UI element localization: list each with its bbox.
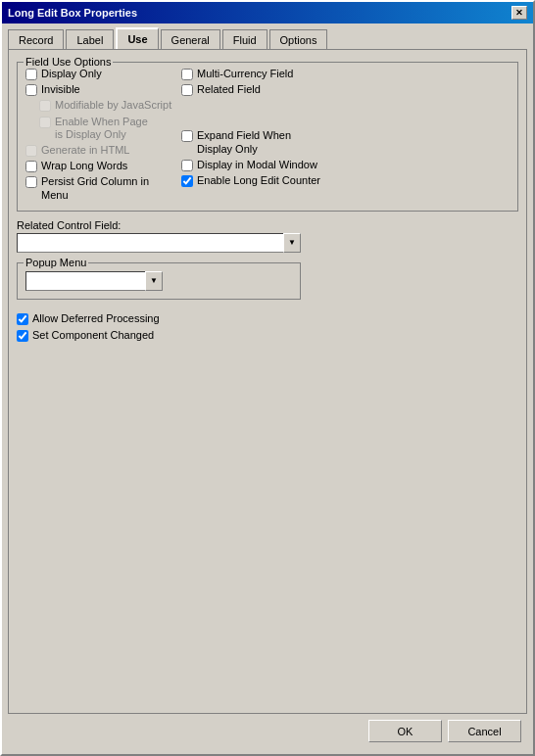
checkbox-enable-long-edit: Enable Long Edit Counter [181, 173, 510, 188]
popup-menu-dropdown: ▼ [25, 271, 163, 291]
persist-grid-label: Persist Grid Column in Menu [41, 175, 177, 201]
close-icon: ✕ [515, 8, 523, 18]
enable-when-page-checkbox[interactable] [39, 117, 51, 128]
tab-fluid[interactable]: Fluid [222, 29, 268, 49]
allow-deferred-checkbox[interactable] [17, 313, 28, 325]
checkbox-set-component: Set Component Changed [17, 328, 518, 343]
checkbox-display-modal: Display in Modal Window [181, 158, 510, 172]
right-column: Multi-Currency Field Related Field Expan… [181, 67, 510, 203]
related-control-input[interactable] [17, 233, 301, 253]
tab-options[interactable]: Options [269, 29, 328, 49]
persist-grid-checkbox[interactable] [25, 176, 37, 188]
tab-use-content: Field Use Options Display Only Invisible [8, 49, 527, 714]
multi-currency-label: Multi-Currency Field [197, 68, 293, 80]
field-use-options-columns: Display Only Invisible Modifiable by Jav… [25, 67, 510, 203]
display-modal-checkbox[interactable] [181, 160, 193, 171]
allow-deferred-label: Allow Deferred Processing [32, 312, 160, 325]
checkbox-multi-currency: Multi-Currency Field [181, 67, 510, 81]
popup-menu-select[interactable] [25, 271, 163, 291]
close-button[interactable]: ✕ [511, 6, 527, 20]
multi-currency-checkbox[interactable] [181, 69, 193, 80]
checkbox-wrap-long: Wrap Long Words [25, 159, 177, 173]
main-window: Long Edit Box Properties ✕ Record Label … [0, 0, 535, 756]
checkbox-allow-deferred: Allow Deferred Processing [17, 311, 518, 326]
expand-field-checkbox[interactable] [181, 130, 193, 142]
checkbox-modifiable-js: Modifiable by JavaScript [25, 98, 177, 113]
expand-field-label: Expand Field WhenDisplay Only [197, 129, 291, 155]
ok-button[interactable]: OK [368, 720, 442, 742]
tab-record[interactable]: Record [8, 29, 64, 49]
display-only-label: Display Only [41, 68, 102, 80]
left-column: Display Only Invisible Modifiable by Jav… [25, 67, 177, 203]
display-only-checkbox[interactable] [25, 69, 37, 80]
related-control-section: Related Control Field: ▼ [17, 219, 518, 253]
display-modal-label: Display in Modal Window [197, 159, 317, 171]
invisible-checkbox[interactable] [25, 84, 37, 96]
bottom-checkboxes: Allow Deferred Processing Set Component … [17, 311, 518, 343]
wrap-long-words-label: Wrap Long Words [41, 160, 127, 172]
tab-general[interactable]: General [161, 29, 220, 49]
related-field-label: Related Field [197, 83, 261, 96]
checkbox-invisible: Invisible [25, 82, 177, 97]
set-component-checkbox[interactable] [17, 330, 28, 342]
enable-when-page-label: Enable When Pageis Display Only [55, 116, 148, 141]
cancel-button[interactable]: Cancel [448, 720, 521, 742]
checkbox-enable-when-page: Enable When Pageis Display Only [25, 115, 177, 142]
button-bar: OK Cancel [8, 714, 527, 748]
title-bar-text: Long Edit Box Properties [8, 7, 137, 19]
checkbox-display-only: Display Only [25, 67, 177, 81]
checkbox-related-field: Related Field [181, 82, 510, 97]
tab-label[interactable]: Label [66, 29, 114, 49]
related-control-dropdown-container: ▼ [17, 233, 301, 253]
main-content: Record Label Use General Fluid Options F… [2, 24, 533, 754]
enable-long-edit-checkbox[interactable] [181, 175, 193, 187]
popup-menu-group: Popup Menu ▼ [17, 262, 301, 300]
popup-menu-label: Popup Menu [24, 257, 88, 268]
related-field-checkbox[interactable] [181, 84, 193, 96]
tab-bar: Record Label Use General Fluid Options [8, 27, 527, 49]
field-use-options-label: Field Use Options [24, 56, 113, 68]
related-control-label: Related Control Field: [17, 219, 518, 231]
title-bar: Long Edit Box Properties ✕ [2, 2, 533, 24]
modifiable-js-label: Modifiable by JavaScript [55, 99, 171, 112]
related-control-arrow[interactable]: ▼ [283, 233, 301, 253]
generate-html-label: Generate in HTML [41, 144, 129, 157]
modifiable-js-checkbox[interactable] [39, 100, 51, 112]
checkbox-generate-html: Generate in HTML [25, 143, 177, 158]
dropdown-arrow-icon: ▼ [288, 238, 296, 247]
invisible-label: Invisible [41, 83, 80, 96]
window-title: Long Edit Box Properties [8, 7, 137, 19]
generate-html-checkbox[interactable] [25, 145, 37, 157]
checkbox-persist-grid: Persist Grid Column in Menu [25, 174, 177, 202]
field-use-options-group: Field Use Options Display Only Invisible [17, 62, 518, 212]
checkbox-expand-field: Expand Field WhenDisplay Only [181, 128, 510, 156]
wrap-long-words-checkbox[interactable] [25, 161, 37, 172]
set-component-label: Set Component Changed [32, 329, 154, 342]
enable-long-edit-label: Enable Long Edit Counter [197, 174, 320, 187]
tab-use[interactable]: Use [116, 27, 158, 49]
